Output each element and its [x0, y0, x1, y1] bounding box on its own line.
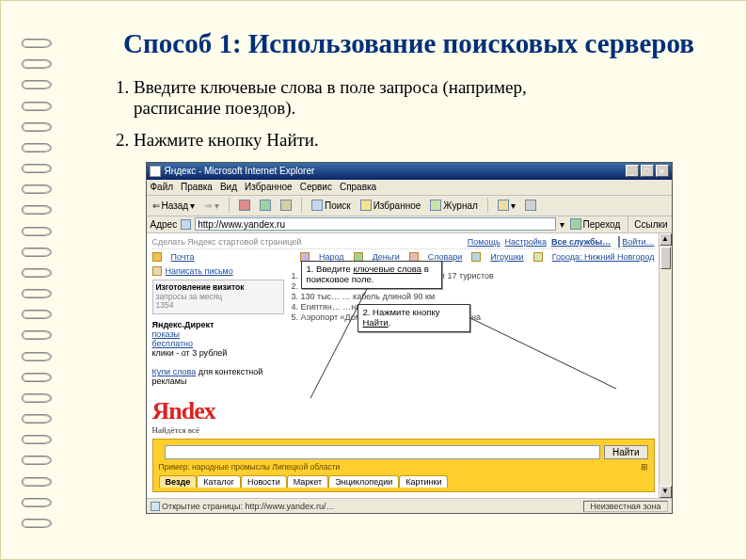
cities-link[interactable]: Города: Нижний Новгород: [552, 252, 655, 262]
mail-icon: [152, 252, 162, 262]
address-label: Адрес: [151, 219, 178, 230]
tab-market[interactable]: Маркет: [287, 475, 328, 488]
ie-icon: [150, 166, 161, 177]
menu-view[interactable]: Вид: [220, 182, 237, 192]
login-icon: [618, 236, 620, 248]
security-zone: Неизвестная зона: [583, 501, 667, 512]
logo-slogan: Найдётся всё: [152, 425, 284, 435]
login-link[interactable]: Войти…: [622, 237, 654, 247]
vertical-scrollbar[interactable]: ▲ ▼: [659, 233, 672, 498]
scroll-up-icon[interactable]: ▲: [660, 233, 672, 246]
direct-line-2[interactable]: бесплатно: [152, 339, 194, 348]
back-button[interactable]: ⇐ Назад ▾: [151, 200, 198, 212]
ad-sub2: 1354: [156, 300, 174, 310]
address-bar: Адрес ▾ Переход Ссылки: [147, 216, 672, 233]
history-button[interactable]: Журнал: [428, 199, 480, 212]
tab-catalog[interactable]: Каталог: [197, 475, 241, 488]
make-startpage-link[interactable]: Сделать Яндекс стартовой страницей: [152, 237, 302, 247]
status-bar: Открытие страницы: http://www.yandex.ru/…: [147, 498, 672, 513]
spiral-binding: [22, 39, 56, 528]
browser-window: Яндекс - Microsoft Internet Explorer _ □…: [146, 162, 673, 514]
toys-icon: [471, 252, 481, 262]
all-services-link[interactable]: Все службы…: [551, 237, 611, 247]
tab-encyclopedia[interactable]: Энциклопедии: [328, 475, 399, 488]
step-1: Введите ключевые слова в поле запроса (н…: [134, 77, 708, 119]
forward-button[interactable]: ⇒ ▾: [202, 200, 221, 212]
compose-link[interactable]: Написать письмо: [166, 266, 233, 276]
menu-bar: Файл Правка Вид Избранное Сервис Справка: [147, 180, 672, 196]
links-label[interactable]: Ссылки: [634, 219, 667, 230]
ad-sub1: запросы за месяц: [156, 292, 223, 301]
help-link[interactable]: Помощь: [468, 237, 501, 247]
refresh-button[interactable]: [258, 199, 273, 212]
close-button[interactable]: ×: [656, 165, 669, 177]
menu-favorites[interactable]: Избранное: [245, 182, 293, 192]
scroll-thumb[interactable]: [660, 247, 671, 269]
slide-title: Способ 1: Использование поисковых сервер…: [109, 27, 708, 60]
go-button[interactable]: Переход: [568, 217, 623, 231]
tab-everywhere[interactable]: Везде: [159, 475, 198, 488]
status-text: Открытие страницы: http://www.yandex.ru/…: [162, 502, 335, 511]
globe-icon: [151, 502, 160, 511]
news-3: 3. 130 тыс… … кабель длиной 90 км: [292, 292, 655, 301]
menu-tools[interactable]: Сервис: [300, 182, 332, 192]
titlebar: Яндекс - Microsoft Internet Explorer _ □…: [147, 163, 672, 180]
menu-file[interactable]: Файл: [151, 182, 174, 192]
logo-text: Яndex: [152, 397, 284, 425]
settings-link[interactable]: Настройка: [505, 237, 547, 247]
menu-edit[interactable]: Правка: [181, 182, 213, 192]
direct-title: Яндекс.Директ: [152, 320, 215, 329]
search-button[interactable]: Поиск: [310, 199, 353, 212]
home-button[interactable]: [278, 199, 294, 212]
search-panel: Найти Пример: народные промыслы Липецкой…: [152, 439, 655, 492]
search-input[interactable]: [165, 445, 600, 459]
toys-link[interactable]: Игрушки: [490, 252, 523, 262]
mail-button[interactable]: ▾: [496, 199, 517, 212]
step-2: Нажмите кнопку Найти.: [134, 130, 708, 151]
minimize-button[interactable]: _: [626, 165, 639, 177]
search-button[interactable]: Найти: [604, 445, 648, 459]
address-dropdown-icon[interactable]: ▾: [560, 219, 564, 230]
callout-1: 1. Введите ключевые слова в поисковое по…: [301, 261, 442, 289]
print-button[interactable]: [523, 199, 538, 212]
favorites-button[interactable]: Избранное: [358, 199, 423, 212]
search-tabs: Везде Каталог Новости Маркет Энциклопеди…: [159, 475, 648, 488]
direct-line-3: клики - от 3 рублей: [152, 348, 228, 358]
callout-2: 2. Нажмите кнопку Найти.: [358, 304, 470, 332]
stop-button[interactable]: [237, 199, 252, 212]
maximize-button[interactable]: □: [641, 165, 654, 177]
news-4: 4. Египтян… …ниться террористам: [292, 302, 655, 312]
cities-icon: [533, 252, 543, 262]
menu-help[interactable]: Справка: [340, 182, 376, 192]
yandex-logo: Яndex Найдётся всё: [152, 397, 284, 435]
scroll-down-icon[interactable]: ▼: [660, 486, 672, 498]
advanced-icon[interactable]: ⊞: [641, 462, 648, 472]
buy-words-link[interactable]: Купи слова: [152, 367, 197, 376]
tab-news[interactable]: Новости: [241, 475, 287, 488]
search-hint: Пример: народные промыслы Липецкой облас…: [159, 462, 341, 472]
tab-images[interactable]: Картинки: [399, 475, 448, 488]
nav-toolbar: ⇐ Назад ▾ ⇒ ▾ Поиск Избранное Журнал ▾: [147, 196, 672, 216]
ad-title: Изготовление визиток: [156, 282, 245, 292]
news-5: 5. Аэропорт «Домодедово» закрыт из-за ту…: [292, 312, 655, 322]
direct-line-1[interactable]: показы: [152, 329, 181, 339]
instruction-list: Введите ключевые слова в поле запроса (н…: [134, 77, 708, 151]
ad-block: Изготовление визиток запросы за месяц 13…: [152, 280, 284, 314]
page-icon: [181, 219, 191, 230]
compose-icon: [152, 266, 162, 276]
address-input[interactable]: [195, 217, 555, 231]
window-title: Яндекс - Microsoft Internet Explorer: [165, 166, 315, 176]
mail-link[interactable]: Почта: [171, 252, 195, 262]
